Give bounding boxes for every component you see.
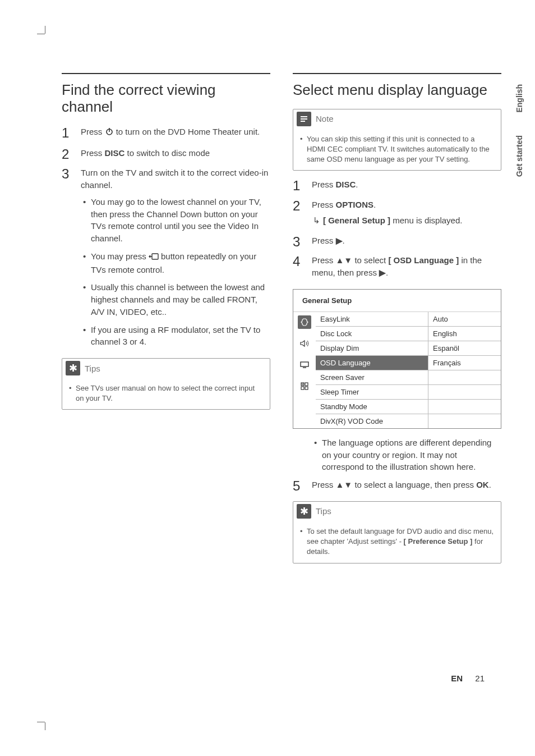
updown-arrow-icon: ▲▼	[336, 255, 353, 265]
bullet: The language options are different depen…	[312, 437, 501, 473]
power-icon	[105, 127, 114, 139]
svg-rect-11	[305, 387, 308, 390]
options-label: OPTIONS	[336, 200, 374, 209]
tip-text: To set the default language for DVD audi…	[299, 526, 495, 557]
svg-rect-2	[152, 254, 158, 259]
step-1: Press DISC.	[293, 178, 501, 191]
svg-rect-9	[305, 383, 308, 386]
osd-cell-right	[428, 414, 501, 428]
section-rule	[62, 73, 270, 74]
osd-cell-right	[428, 385, 501, 399]
note-icon	[297, 112, 311, 126]
osd-cell-left: OSD Language	[316, 356, 428, 370]
crop-mark	[45, 722, 45, 730]
section-rule	[293, 73, 501, 74]
osd-cell-right: English	[428, 327, 501, 341]
ok-label: OK	[476, 480, 489, 489]
grid-icon	[298, 379, 311, 393]
osd-row: Standby Mode	[316, 400, 501, 414]
tips-box: ✱ Tips To set the default language for D…	[293, 501, 501, 563]
osd-cell-left: DivX(R) VOD Code	[316, 414, 428, 428]
osd-row: EasyLinkAuto	[316, 312, 501, 327]
tips-icon: ✱	[66, 361, 80, 375]
footer-page: 21	[475, 673, 485, 683]
page-footer: EN 21	[451, 673, 485, 683]
osd-cell-left: EasyLink	[316, 312, 428, 326]
disc-label: DISC	[336, 180, 356, 189]
manual-page: English Get started Find the correct vie…	[0, 0, 535, 756]
crop-mark	[37, 34, 45, 34]
note-label: Note	[316, 114, 334, 123]
tips-box: ✱ Tips See TVs user manual on how to sel…	[62, 358, 270, 410]
osd-cell-left: Sleep Timer	[316, 385, 428, 399]
bullet: Usually this channel is between the lowe…	[81, 281, 270, 318]
osd-cell-left: Disc Lock	[316, 327, 428, 341]
osd-cell-left: Display Dim	[316, 341, 428, 355]
osd-iconbar	[293, 312, 316, 428]
side-tab-getstarted: Get started	[515, 135, 524, 177]
crop-mark	[37, 722, 45, 722]
bullet: You may press button repeatedly on your …	[81, 250, 270, 276]
right-arrow-icon: ▶	[336, 236, 343, 245]
svg-rect-6	[301, 362, 308, 366]
display-icon	[298, 358, 311, 372]
step-4: Press ▲▼ to select [ OSD Language ] in t…	[293, 254, 501, 279]
osd-cell-left: Standby Mode	[316, 400, 428, 414]
osd-menu: General Setup	[293, 289, 501, 429]
right-column: Select menu display language Note You ca…	[293, 73, 501, 563]
osd-row: Screen Saver	[316, 370, 501, 385]
note-box: Note You can skip this setting if this u…	[293, 109, 501, 171]
step-3: Turn on the TV and switch it to the corr…	[62, 167, 270, 348]
tip-text: See TVs user manual on how to select the…	[68, 383, 264, 404]
step-1: Press to turn on the DVD Home Theater un…	[62, 126, 270, 139]
side-tabs: English Get started	[515, 84, 524, 176]
osd-row: DivX(R) VOD Code	[316, 414, 501, 428]
osd-cell-left: Screen Saver	[316, 370, 428, 384]
disc-label: DISC	[105, 148, 125, 158]
section-title-right: Select menu display language	[293, 82, 501, 99]
osd-cell-right	[428, 370, 501, 384]
tips-label: Tips	[316, 506, 331, 516]
settings-icon	[298, 315, 311, 329]
side-tab-english: English	[515, 84, 524, 113]
bullet: You may go to the lowest channel on your…	[81, 196, 270, 245]
osd-row: OSD LanguageFrançais	[316, 356, 501, 370]
crop-mark	[45, 26, 45, 34]
note-text: You can skip this setting if this unit i…	[299, 134, 495, 165]
step-2: Press DISC to switch to disc mode	[62, 147, 270, 159]
osd-row: Sleep Timer	[316, 385, 501, 400]
step-3: Press ▶.	[293, 235, 501, 247]
osd-cell-right: Français	[428, 356, 501, 370]
osd-row: Display DimEspanöl	[316, 341, 501, 356]
section-title-left: Find the correct viewing channel	[62, 82, 270, 116]
tips-label: Tips	[85, 364, 100, 373]
right-arrow-icon: ▶	[379, 268, 386, 277]
step-5: Press ▲▼ to select a language, then pres…	[293, 479, 501, 491]
osd-cell-right	[428, 400, 501, 414]
result: [ General Setup ] menu is displayed.	[312, 214, 501, 227]
step-2: Press OPTIONS. [ General Setup ] menu is…	[293, 199, 501, 227]
osd-cell-right: Espanöl	[428, 341, 501, 355]
svg-rect-10	[301, 387, 304, 390]
updown-arrow-icon: ▲▼	[336, 480, 353, 489]
tips-icon: ✱	[297, 504, 311, 519]
speaker-icon	[298, 337, 311, 350]
source-icon	[149, 251, 159, 264]
footer-lang: EN	[451, 673, 463, 683]
left-column: Find the correct viewing channel Press t…	[62, 73, 270, 563]
bullet: If you are using a RF modulator, set the…	[81, 324, 270, 349]
osd-cell-right: Auto	[428, 312, 501, 326]
osd-rows: EasyLinkAutoDisc LockEnglishDisplay DimE…	[316, 312, 501, 428]
osd-title: General Setup	[293, 290, 501, 311]
step-text: Press to turn on the DVD Home Theater un…	[81, 127, 260, 136]
osd-row: Disc LockEnglish	[316, 327, 501, 341]
